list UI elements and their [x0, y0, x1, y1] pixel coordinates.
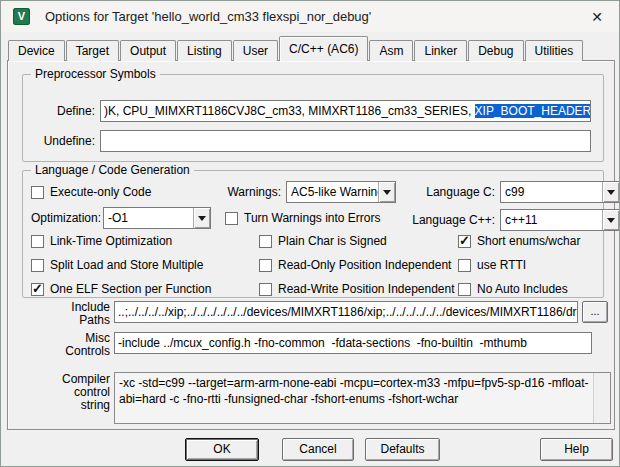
read-write-pi-label: Read-Write Position Independent — [278, 282, 455, 296]
split-load-label: Split Load and Store Multiple — [50, 258, 203, 272]
chevron-down-icon[interactable] — [602, 182, 619, 202]
checkbox-read-write-pi[interactable]: Read-Write Position Independent — [259, 282, 455, 296]
language-codegen-group-label: Language / Code Generation — [31, 163, 194, 177]
language-cpp-dropdown[interactable]: c++11 — [500, 209, 620, 231]
checkbox-plain-char-signed[interactable]: Plain Char is Signed — [259, 234, 387, 248]
preprocessor-symbols-group-label: Preprocessor Symbols — [31, 67, 160, 81]
short-enums-label: Short enums/wchar — [477, 234, 580, 248]
one-elf-checkbox[interactable] — [31, 283, 44, 296]
compiler-control-string-box[interactable]: -xc -std=c99 --target=arm-arm-none-eabi … — [114, 372, 611, 424]
execute-only-code-checkbox[interactable] — [31, 186, 44, 199]
checkbox-no-auto-includes[interactable]: No Auto Includes — [458, 282, 568, 296]
dialog-title: Options for Target 'hello_world_cm33 fle… — [45, 9, 371, 24]
tab-output[interactable]: Output — [120, 40, 176, 61]
options-dialog: V Options for Target 'hello_world_cm33 f… — [0, 0, 620, 467]
split-load-checkbox[interactable] — [31, 259, 44, 272]
optimization-value: -O1 — [104, 208, 193, 228]
cancel-button[interactable]: Cancel — [282, 438, 354, 461]
no-auto-includes-checkbox[interactable] — [458, 283, 471, 296]
read-write-pi-checkbox[interactable] — [259, 283, 272, 296]
titlebar: V Options for Target 'hello_world_cm33 f… — [1, 1, 619, 32]
tab-debug[interactable]: Debug — [468, 40, 523, 61]
no-auto-includes-label: No Auto Includes — [477, 282, 568, 296]
undefine-input[interactable] — [100, 130, 591, 152]
compiler-control-string-label: Compiler control string — [48, 373, 110, 412]
one-elf-label: One ELF Section per Function — [50, 282, 211, 296]
misc-controls-input[interactable]: -include ../mcux_config.h -fno-common -f… — [114, 332, 592, 354]
language-codegen-group: Language / Code Generation Execute-only … — [22, 170, 604, 298]
optimization-label: Optimization: — [31, 207, 101, 229]
checkbox-short-enums-wchar[interactable]: Short enums/wchar — [458, 234, 580, 248]
scrollbar[interactable] — [593, 373, 610, 423]
turn-warnings-checkbox[interactable] — [225, 212, 238, 225]
checkbox-read-only-pi[interactable]: Read-Only Position Independent — [259, 258, 451, 272]
undefine-label: Undefine: — [33, 130, 95, 152]
use-rtti-checkbox[interactable] — [458, 259, 471, 272]
help-button[interactable]: Help — [540, 438, 613, 461]
close-icon[interactable]: ✕ — [583, 6, 611, 28]
link-time-label: Link-Time Optimization — [50, 234, 172, 248]
execute-only-code-label: Execute-only Code — [50, 185, 151, 199]
ok-button[interactable]: OK — [185, 438, 259, 461]
warnings-dropdown[interactable]: AC5-like Warnings — [286, 181, 396, 203]
tab-asm[interactable]: Asm — [369, 40, 413, 61]
define-value: )K, CPU_MIMXRT1186CVJ8C_cm33, MIMXRT1186… — [104, 104, 475, 118]
include-paths-input[interactable]: ..;../../../../xip;../../../../../../dev… — [114, 301, 578, 323]
tab-target[interactable]: Target — [66, 40, 119, 61]
chevron-down-icon[interactable] — [193, 208, 210, 228]
language-c-label: Language C: — [417, 181, 495, 203]
tab-user[interactable]: User — [233, 40, 278, 61]
warnings-label: Warnings: — [219, 181, 281, 203]
language-cpp-label: Language C++: — [403, 209, 495, 231]
link-time-checkbox[interactable] — [31, 235, 44, 248]
tab-strip: Device Target Output Listing User C/C++ … — [8, 36, 584, 61]
tab-utilities[interactable]: Utilities — [525, 40, 584, 61]
tab-c-cpp-ac6[interactable]: C/C++ (AC6) — [279, 36, 368, 61]
define-label: Define: — [33, 100, 95, 122]
checkbox-use-rtti[interactable]: use RTTI — [458, 258, 526, 272]
short-enums-checkbox[interactable] — [458, 235, 471, 248]
checkbox-link-time-optimization[interactable]: Link-Time Optimization — [31, 234, 172, 248]
read-only-pi-label: Read-Only Position Independent — [278, 258, 451, 272]
preprocessor-symbols-group: Preprocessor Symbols Define: )K, CPU_MIM… — [22, 74, 604, 162]
turn-warnings-label: Turn Warnings into Errors — [244, 211, 380, 225]
checkbox-one-elf-section[interactable]: One ELF Section per Function — [31, 282, 211, 296]
tab-listing[interactable]: Listing — [177, 40, 232, 61]
use-rtti-label: use RTTI — [477, 258, 526, 272]
tab-linker[interactable]: Linker — [414, 40, 467, 61]
uvision-logo-icon: V — [13, 8, 30, 25]
define-value-selected: XIP_BOOT_HEADER_ENABLE=1 — [475, 104, 591, 118]
tab-device[interactable]: Device — [8, 40, 65, 61]
define-input[interactable]: )K, CPU_MIMXRT1186CVJ8C_cm33, MIMXRT1186… — [100, 100, 591, 122]
tab-page-c-cpp: Preprocessor Symbols Define: )K, CPU_MIM… — [7, 60, 615, 430]
include-paths-browse-button[interactable]: ... — [582, 301, 608, 323]
defaults-button[interactable]: Defaults — [365, 438, 440, 461]
optimization-dropdown[interactable]: -O1 — [103, 207, 211, 229]
chevron-down-icon[interactable] — [602, 210, 619, 230]
plain-char-label: Plain Char is Signed — [278, 234, 387, 248]
plain-char-checkbox[interactable] — [259, 235, 272, 248]
misc-controls-label: Misc Controls — [52, 332, 110, 358]
compiler-control-string-value: -xc -std=c99 --target=arm-arm-none-eabi … — [115, 373, 593, 423]
checkbox-execute-only-code[interactable]: Execute-only Code — [31, 185, 151, 199]
language-c-dropdown[interactable]: c99 — [500, 181, 620, 203]
warnings-value: AC5-like Warnings — [287, 182, 378, 202]
language-cpp-value: c++11 — [501, 210, 602, 230]
read-only-pi-checkbox[interactable] — [259, 259, 272, 272]
language-c-value: c99 — [501, 182, 602, 202]
checkbox-split-load-store[interactable]: Split Load and Store Multiple — [31, 258, 203, 272]
include-paths-label: Include Paths — [52, 301, 110, 327]
checkbox-turn-warnings-into-errors[interactable]: Turn Warnings into Errors — [225, 211, 380, 225]
chevron-down-icon[interactable] — [378, 182, 395, 202]
